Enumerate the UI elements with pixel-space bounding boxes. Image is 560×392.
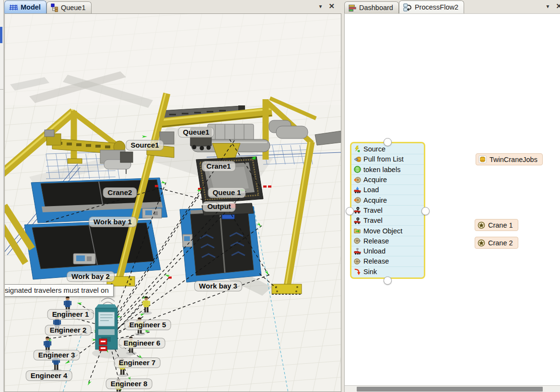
resource-label-crane-2[interactable]: Crane 2 — [475, 237, 518, 249]
left-tab-close-button[interactable]: ✕ — [328, 2, 335, 11]
tab-model[interactable]: Model — [4, 0, 47, 13]
scene-object-label[interactable]: Source1 — [126, 140, 163, 150]
work-bay-3-object[interactable] — [180, 207, 261, 282]
model-3d-grid-icon — [9, 3, 18, 12]
side-panel-accent — [0, 27, 2, 43]
scene-object-label[interactable]: Queue 1 — [208, 187, 245, 198]
flow-activity-row[interactable]: Unload — [351, 246, 424, 256]
crane-1-label: Crane 1 — [488, 221, 513, 229]
svg-text:01: 01 — [356, 167, 359, 170]
flow-activity-label: token labels — [363, 166, 400, 173]
collapsed-side-panel[interactable] — [0, 0, 4, 392]
scene-object-label[interactable]: Engineer 3 — [34, 350, 80, 360]
scene-object-label[interactable]: Engineer 2 — [45, 325, 92, 335]
flow-connector-node-right[interactable] — [421, 207, 430, 215]
flow-activity-row[interactable]: Release — [351, 256, 424, 266]
flow-connector-node-top[interactable] — [384, 138, 392, 146]
flow-activity-row[interactable]: Release — [351, 236, 424, 246]
scene-object-label[interactable]: Engineer 7 — [114, 357, 161, 368]
process-flow-icon — [403, 3, 412, 12]
model-tabbar: Model Queue1 ▼ ✕ — [4, 0, 341, 13]
flow-activity-row[interactable]: Pull from List — [351, 154, 424, 164]
token-labels-icon: 0110 — [353, 166, 361, 173]
processflow-tabbar: Dashboard ProcessFlow2 ▼ ✕ — [344, 0, 560, 13]
right-tab-close-button[interactable]: ✕ — [556, 2, 560, 11]
flow-activity-label: Sink — [363, 268, 377, 276]
scene-object-label[interactable]: Work bay 1 — [89, 217, 137, 227]
pull-from-list-icon — [353, 155, 361, 163]
twincranejobs-label: TwinCraneJobs — [490, 156, 537, 163]
list-label-twincranejobs[interactable]: TwinCraneJobs — [476, 153, 543, 165]
scene-object-label[interactable]: Crane2 — [103, 187, 137, 198]
scene-object-label[interactable]: Crane1 — [202, 161, 236, 172]
flow-activity-row[interactable]: Move Object — [351, 226, 424, 236]
flow-activity-label: Acquire — [363, 196, 387, 204]
flexsim-window: Model Queue1 ▼ ✕ Dashboard ProcessFlow2 … — [0, 0, 560, 392]
travel-icon — [353, 207, 361, 214]
flow-activity-label: Source — [363, 145, 385, 153]
travel-icon — [353, 217, 361, 224]
flow-activity-label: Travel — [363, 217, 383, 224]
flow-connector-node-bottom[interactable] — [384, 277, 392, 285]
horizontal-scrollbar[interactable] — [345, 385, 560, 392]
tab-dashboard-label: Dashboard — [359, 4, 393, 12]
flow-activity-label: Pull from List — [363, 155, 404, 163]
tab-processflow2-label: ProcessFlow2 — [415, 3, 458, 11]
flow-activity-row[interactable]: Load — [351, 185, 424, 195]
list-icon — [478, 155, 487, 163]
release-icon — [353, 257, 361, 265]
tab-processflow2[interactable]: ProcessFlow2 — [399, 0, 464, 13]
right-tab-dropdown-button[interactable]: ▼ — [546, 4, 550, 9]
flow-activity-row[interactable]: Travel — [351, 216, 424, 226]
scene-object-label[interactable]: Output — [202, 201, 235, 212]
flow-activity-label: Travel — [363, 207, 383, 214]
scene-object-label[interactable]: Engineer 6 — [119, 338, 165, 348]
processflow-view[interactable]: SourcePull from List0110token labelsAcqu… — [344, 13, 560, 392]
work-bay-2-object[interactable] — [24, 220, 161, 279]
dashboard-icon — [349, 4, 357, 12]
object-tree-icon — [51, 3, 58, 12]
scene-object-label[interactable]: Engineer 1 — [47, 309, 94, 320]
load-icon — [353, 186, 361, 194]
unload-icon — [353, 247, 361, 255]
model-3d-view[interactable]: Queue1Source1Crane1Crane2Queue 1OutputWo… — [4, 13, 341, 392]
flow-activity-row[interactable]: Acquire — [351, 175, 424, 185]
scene-object-label[interactable]: Engineer 4 — [26, 370, 72, 381]
svg-text:10: 10 — [356, 170, 359, 173]
scene-object-label[interactable]: Work bay 2 — [67, 271, 115, 282]
flow-activity-label: Load — [363, 186, 379, 194]
process-flow-snippet-block[interactable]: SourcePull from List0110token labelsAcqu… — [350, 142, 425, 279]
horizontal-scrollbar-thumb[interactable] — [357, 387, 543, 392]
flow-activity-label: Release — [363, 237, 389, 245]
flow-activity-row[interactable]: Acquire — [351, 195, 424, 205]
flow-connector-node-left[interactable] — [346, 207, 354, 215]
flow-activity-row[interactable]: Travel — [351, 206, 424, 216]
scene-object-label[interactable]: Queue1 — [178, 127, 214, 138]
flow-activity-label: Release — [363, 257, 389, 265]
side-panel-divider — [0, 89, 4, 90]
flow-activity-row[interactable]: 0110token labels — [351, 165, 424, 175]
acquire-icon — [353, 176, 361, 184]
tab-dashboard[interactable]: Dashboard — [344, 1, 399, 13]
scene-object-label[interactable]: Work bay 3 — [194, 281, 242, 291]
flow-activity-row[interactable]: Sink — [351, 267, 424, 277]
tab-queue1[interactable]: Queue1 — [47, 1, 92, 13]
resource-star-icon — [478, 239, 485, 247]
move-object-icon — [353, 227, 361, 235]
sink-icon — [353, 268, 361, 276]
resource-star-icon — [478, 221, 485, 229]
scene-object-label[interactable]: Engineer 5 — [125, 320, 171, 330]
left-tab-dropdown-button[interactable]: ▼ — [318, 4, 323, 9]
flow-activity-label: Unload — [363, 247, 385, 255]
flow-activity-label: Acquire — [363, 176, 387, 184]
control-console-object[interactable] — [95, 298, 117, 351]
travel-network-tooltip: signated travelers must travel on — [4, 284, 114, 297]
resource-label-crane-1[interactable]: Crane 1 — [475, 219, 518, 231]
flow-activity-label: Move Object — [363, 227, 402, 235]
tab-model-label: Model — [21, 3, 41, 11]
tab-queue1-label: Queue1 — [61, 4, 86, 12]
release-icon — [353, 237, 361, 245]
source-icon — [353, 145, 361, 153]
crane-2-label: Crane 2 — [488, 239, 513, 247]
scene-object-label[interactable]: Engineer 8 — [106, 379, 152, 389]
